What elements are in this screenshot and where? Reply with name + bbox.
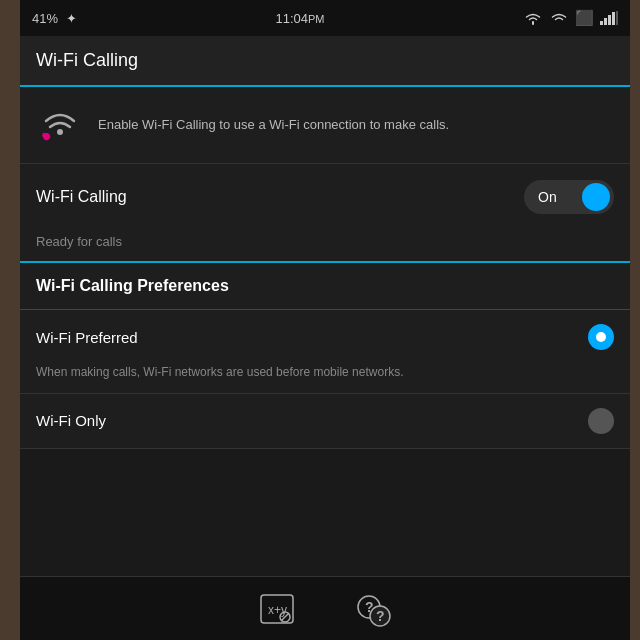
signal-icon	[549, 10, 569, 26]
info-description: Enable Wi-Fi Calling to use a Wi-Fi conn…	[98, 116, 449, 134]
svg-point-5	[57, 129, 63, 135]
wifi-preferred-label: Wi-Fi Preferred	[36, 329, 138, 346]
wifi-preferred-radio[interactable]	[588, 324, 614, 350]
bottom-bar: x+y ? ?	[20, 576, 630, 640]
header: Wi-Fi Calling	[20, 36, 630, 87]
radio-inner-active	[596, 332, 606, 342]
page-title: Wi-Fi Calling	[36, 50, 138, 70]
svg-rect-4	[616, 11, 618, 25]
wifi-calling-label: Wi-Fi Calling	[36, 188, 127, 206]
battery-text: 41%	[32, 11, 58, 26]
blackberry-icon: ⬛	[575, 9, 594, 27]
wifi-only-label: Wi-Fi Only	[36, 412, 106, 429]
bars-icon	[600, 11, 618, 25]
wifi-calling-row: Wi-Fi Calling On	[20, 164, 630, 230]
wifi-call-icon	[36, 101, 84, 149]
svg-text:x+y: x+y	[268, 603, 287, 617]
wifi-calling-toggle[interactable]: On	[524, 180, 614, 214]
wifi-preferred-section[interactable]: Wi-Fi Preferred When making calls, Wi-Fi…	[20, 310, 630, 394]
wifi-preferred-description: When making calls, Wi-Fi networks are us…	[20, 364, 630, 393]
status-center: 11:04PM	[275, 11, 324, 26]
wifi-icon	[523, 10, 543, 26]
info-section: Enable Wi-Fi Calling to use a Wi-Fi conn…	[20, 87, 630, 164]
wifi-only-row[interactable]: Wi-Fi Only	[20, 394, 630, 448]
status-left: 41% ✦	[32, 11, 77, 26]
svg-text:?: ?	[376, 608, 385, 624]
svg-rect-2	[608, 15, 611, 25]
status-bar: 41% ✦ 11:04PM ⬛	[20, 0, 630, 36]
calling-status: Ready for calls	[20, 230, 630, 261]
status-right: ⬛	[523, 9, 618, 27]
svg-rect-3	[612, 12, 615, 25]
wifi-only-radio[interactable]	[588, 408, 614, 434]
wifi-only-section[interactable]: Wi-Fi Only	[20, 394, 630, 449]
toggle-label: On	[538, 189, 557, 205]
svg-rect-1	[604, 18, 607, 25]
preferences-header: Wi-Fi Calling Preferences	[20, 261, 630, 310]
time-display: 11:04PM	[275, 11, 324, 26]
toggle-circle	[582, 183, 610, 211]
keyboard-button[interactable]: x+y	[259, 593, 295, 625]
svg-rect-0	[600, 21, 603, 25]
preferences-title: Wi-Fi Calling Preferences	[36, 277, 229, 294]
wifi-preferred-row[interactable]: Wi-Fi Preferred	[20, 310, 630, 364]
help-button[interactable]: ? ?	[355, 591, 391, 627]
main-panel: 41% ✦ 11:04PM ⬛	[20, 0, 630, 640]
bluetooth-icon: ✦	[66, 11, 77, 26]
